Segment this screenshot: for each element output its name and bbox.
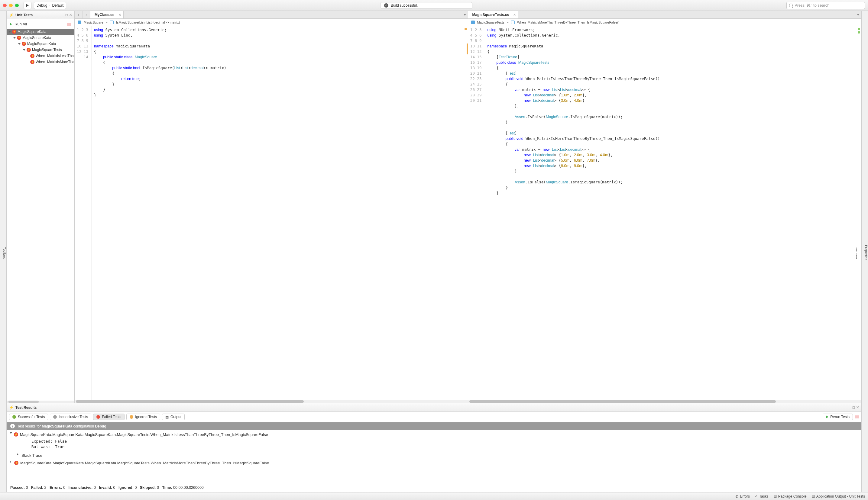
gutter-left: 1 2 3 4 5 6 7 8 9 10 11 12 13 14 — [75, 26, 92, 400]
filter-ignored[interactable]: Ignored Tests — [126, 413, 160, 420]
results-title: Test Results — [15, 406, 36, 410]
code-area-left[interactable]: 1 2 3 4 5 6 7 8 9 10 11 12 13 14 using S… — [75, 26, 468, 400]
unit-tests-title: Unit Tests — [15, 13, 33, 17]
minimize-window-icon[interactable] — [9, 4, 13, 7]
tab-dropdown-icon[interactable]: ▾ — [857, 12, 859, 17]
hscroll-left[interactable] — [75, 400, 468, 403]
window-controls — [3, 4, 19, 7]
chevron-down-icon[interactable] — [10, 432, 12, 434]
ok-marker-icon[interactable] — [858, 31, 860, 34]
toolbox-tab[interactable]: Toolbox — [3, 247, 6, 259]
search-placeholder: Press '⌘.' to search — [794, 3, 830, 8]
tab-myclass[interactable]: MyClass.cs× — [90, 11, 124, 19]
tree-node-test1[interactable]: ⚡When_MatrixIsLessThanThreeByThree_Then_… — [7, 53, 74, 59]
output-icon: ▤ — [811, 494, 815, 499]
chevron-right-icon[interactable] — [17, 453, 20, 456]
code-left[interactable]: using System.Collections.Generic; using … — [92, 26, 464, 400]
filter-failed[interactable]: Failed Tests — [93, 413, 125, 420]
tree-node-l2[interactable]: ⚡MagicSquareKata — [7, 41, 74, 47]
stop-icon[interactable] — [67, 23, 71, 26]
filter-inconclusive[interactable]: Inconclusive Tests — [50, 413, 91, 420]
warning-marker-icon[interactable] — [464, 28, 467, 30]
right-rail: Properties Solution — [861, 11, 868, 492]
tests-scrollbar[interactable] — [7, 401, 74, 403]
close-tab-icon[interactable]: × — [119, 12, 121, 17]
marker-strip-right — [857, 26, 861, 400]
bolt-icon: ⚡ — [9, 13, 14, 17]
failed-dot-icon — [97, 415, 100, 419]
ok-marker-icon[interactable] — [858, 28, 860, 30]
tab-dropdown-icon[interactable]: ▾ — [464, 12, 466, 17]
close-window-icon[interactable] — [3, 4, 7, 7]
stack-trace-row[interactable]: Stack Trace — [17, 453, 858, 458]
rerun-button[interactable]: Rerun Tests — [823, 413, 853, 420]
status-package-console[interactable]: ▤Package Console — [774, 494, 807, 499]
tree-node-root[interactable]: ⚡MagicSquareKata — [7, 29, 74, 35]
results-stats: Passed: 0 Failed: 2 Errors: 0 Inconclusi… — [7, 483, 861, 492]
method-icon — [511, 21, 515, 24]
unit-tests-header: ⚡ Unit Tests ◻✕ — [7, 11, 74, 19]
result-detail: Expected: False But was: True — [26, 438, 858, 453]
nav-back-button[interactable]: ‹ — [75, 11, 82, 19]
results-info-bar: i Test results for MagicSquareKata confi… — [7, 422, 861, 430]
bolt-icon: ⚡ — [9, 406, 14, 410]
dock-icon[interactable]: ◻ — [65, 13, 68, 17]
chevron-right-icon[interactable] — [10, 461, 12, 463]
status-errors[interactable]: ⊘Errors — [735, 494, 750, 499]
run-button[interactable] — [24, 2, 32, 9]
hscroll-right[interactable] — [468, 400, 861, 403]
filter-successful[interactable]: Successful Tests — [9, 413, 48, 420]
close-panel-icon[interactable]: ✕ — [856, 406, 859, 409]
target-label: Default — [52, 3, 64, 8]
global-search[interactable]: Press '⌘.' to search — [786, 2, 865, 9]
inconclusive-dot-icon — [53, 415, 57, 419]
tab-magicsquaretests[interactable]: MagicSquareTests.cs× — [468, 11, 519, 19]
test-results-panel: ⚡ Test Results ◻✕ Successful Tests Incon… — [7, 403, 861, 492]
build-status-area: ✓ Build successful. — [69, 2, 784, 9]
result-row[interactable]: ⚡MagicSquareKata.MagicSquareKata.MagicSq… — [10, 460, 858, 466]
breadcrumb-right[interactable]: MagicSquareTests ▸ When_MatrixIsMoreThan… — [468, 19, 861, 26]
status-tasks[interactable]: ✓Tasks — [755, 494, 769, 499]
close-tab-icon[interactable]: × — [514, 12, 516, 17]
code-area-right[interactable]: 1 2 3 4 5 6 7 8 9 10 11 12 13 14 15 16 1… — [468, 26, 861, 400]
config-label: Debug — [36, 3, 47, 8]
fail-icon: ⚡ — [14, 461, 19, 465]
run-all-button[interactable]: Run All — [7, 19, 74, 29]
console-icon: ▤ — [774, 494, 777, 499]
results-filters: Successful Tests Inconclusive Tests Fail… — [7, 412, 861, 422]
play-green-icon — [10, 23, 12, 26]
left-rail: Toolbox Document Outline — [0, 11, 7, 492]
editor-left: ‹ › MyClass.cs× ▾ MagicSquare ▸ IsMagicS… — [75, 11, 468, 403]
gutter-right: 1 2 3 4 5 6 7 8 9 10 11 12 13 14 15 16 1… — [468, 26, 485, 400]
results-list: ⚡MagicSquareKata.MagicSquareKata.MagicSq… — [7, 430, 861, 483]
method-icon — [110, 21, 114, 24]
build-status-pill[interactable]: ✓ Build successful. — [380, 2, 472, 9]
properties-tab[interactable]: Properties — [864, 245, 868, 260]
nav-fwd-button[interactable]: › — [82, 11, 90, 19]
close-panel-icon[interactable]: ✕ — [69, 13, 72, 17]
config-selector[interactable]: Debug › Default — [34, 2, 66, 9]
check-icon: ✓ — [384, 3, 388, 8]
dock-icon[interactable]: ◻ — [852, 406, 855, 409]
unit-tests-panel: ⚡ Unit Tests ◻✕ Run All ⚡MagicSquareKata… — [7, 11, 75, 403]
tests-tree: ⚡MagicSquareKata ⚡MagicSquareKata ⚡Magic… — [7, 29, 74, 399]
info-icon: i — [10, 424, 15, 428]
tree-node-l3[interactable]: ⚡MagicSquareTests — [7, 47, 74, 53]
breadcrumb-left[interactable]: MagicSquare ▸ IsMagicSquare(List<List<de… — [75, 19, 468, 26]
status-bar: ⊘Errors ✓Tasks ▤Package Console ▤Applica… — [0, 492, 868, 500]
play-green-icon — [826, 416, 828, 418]
tree-node-test2[interactable]: ⚡When_MatrixIsMoreThanThreeByThree_Then_… — [7, 59, 74, 65]
play-icon — [26, 4, 29, 7]
check-icon: ✓ — [755, 494, 758, 499]
maximize-window-icon[interactable] — [15, 4, 19, 7]
stop-icon[interactable] — [855, 416, 859, 418]
code-right[interactable]: using NUnit.Framework; using System.Coll… — [485, 26, 857, 400]
output-icon: ▤ — [165, 415, 169, 419]
class-icon — [78, 21, 81, 24]
result-row[interactable]: ⚡MagicSquareKata.MagicSquareKata.MagicSq… — [10, 432, 858, 438]
status-app-output[interactable]: ▤Application Output - Unit Tests — [811, 494, 865, 499]
editor-right: MagicSquareTests.cs× ▾ MagicSquareTests … — [468, 11, 862, 403]
main-toolbar: Debug › Default ✓ Build successful. Pres… — [0, 0, 868, 11]
tree-node-l1[interactable]: ⚡MagicSquareKata — [7, 35, 74, 41]
filter-output[interactable]: ▤Output — [162, 413, 185, 420]
